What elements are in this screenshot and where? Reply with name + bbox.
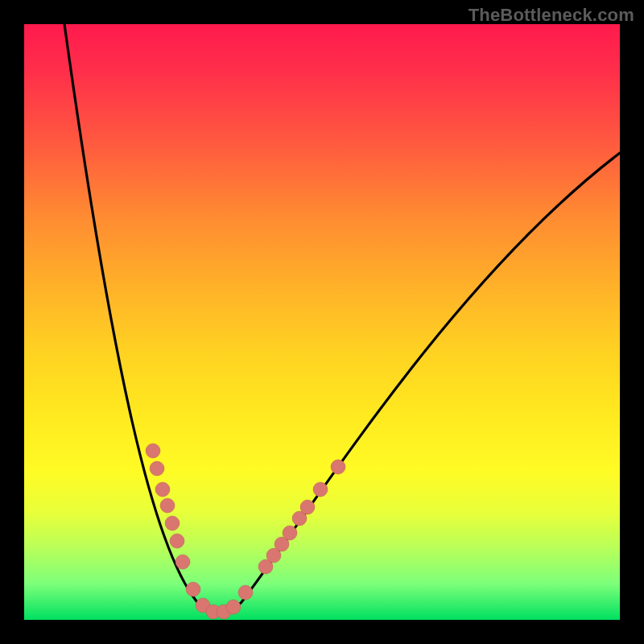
data-point — [146, 444, 160, 458]
data-point — [300, 500, 315, 514]
data-point — [155, 482, 170, 497]
data-point — [165, 516, 180, 530]
data-point — [238, 585, 253, 600]
data-points-layer — [24, 24, 620, 620]
data-point — [331, 460, 345, 474]
data-point — [313, 482, 328, 497]
data-point — [175, 555, 190, 569]
data-point — [226, 600, 241, 614]
data-point — [283, 526, 297, 540]
data-point — [186, 582, 200, 597]
chart-plot-area — [24, 24, 620, 620]
data-point — [150, 461, 164, 476]
watermark-text: TheBottleneck.com — [469, 5, 634, 26]
data-point — [160, 498, 175, 513]
data-point — [170, 534, 184, 548]
